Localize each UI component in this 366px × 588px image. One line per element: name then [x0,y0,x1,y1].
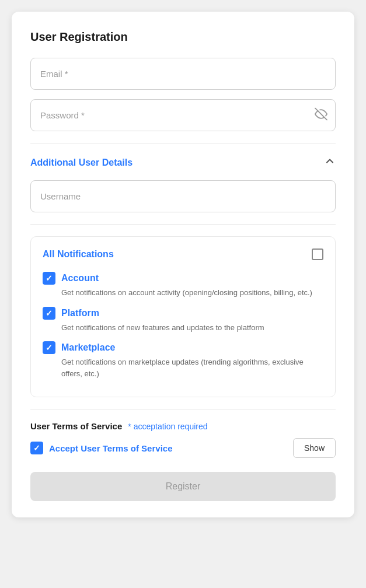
register-button[interactable]: Register [30,472,336,501]
tos-accept-left: Accept User Terms of Service [30,442,173,454]
tos-accept-label: Accept User Terms of Service [49,443,173,453]
notifications-section: All Notifications Account Get notificati… [30,236,336,397]
tos-section: User Terms of Service * acceptation requ… [30,421,336,458]
marketplace-checkbox[interactable] [43,341,55,354]
additional-details-header: Additional User Details [30,155,336,170]
password-input[interactable] [30,99,336,131]
platform-checkbox[interactable] [43,307,55,320]
tos-accept-row: Accept User Terms of Service Show [30,438,336,458]
tos-show-button[interactable]: Show [293,438,336,458]
notifications-header: All Notifications [43,249,323,260]
all-notifications-label: All Notifications [43,249,114,260]
tos-accept-checkbox[interactable] [30,442,43,454]
tos-header: User Terms of Service * acceptation requ… [30,421,336,431]
tos-title: User Terms of Service [30,421,122,431]
account-description: Get notifications on account activity (o… [61,287,323,299]
divider-3 [30,409,336,410]
username-input[interactable] [30,180,336,212]
platform-label: Platform [61,308,99,318]
divider-2 [30,224,336,225]
account-checkbox[interactable] [43,272,55,285]
email-input[interactable] [30,58,336,90]
password-group [30,99,336,131]
platform-description: Get notifications of new features and up… [61,322,323,334]
divider-1 [30,143,336,144]
account-label: Account [61,273,99,284]
marketplace-label: Marketplace [61,342,116,353]
registration-card: User Registration Additional User Detail… [12,12,354,517]
page-title: User Registration [30,30,336,44]
all-notifications-checkbox[interactable] [312,249,323,260]
email-group [30,58,336,90]
notification-platform: Platform Get notifications of new featur… [43,307,323,334]
notification-marketplace: Marketplace Get notifications on marketp… [43,341,323,379]
toggle-password-icon[interactable] [315,107,327,123]
marketplace-description: Get notifications on marketplace updates… [61,356,323,379]
username-group [30,180,336,212]
tos-required-label: * acceptation required [128,422,207,431]
notification-account: Account Get notifications on account act… [43,272,323,299]
chevron-up-icon[interactable] [324,155,336,170]
additional-details-title: Additional User Details [30,158,133,168]
